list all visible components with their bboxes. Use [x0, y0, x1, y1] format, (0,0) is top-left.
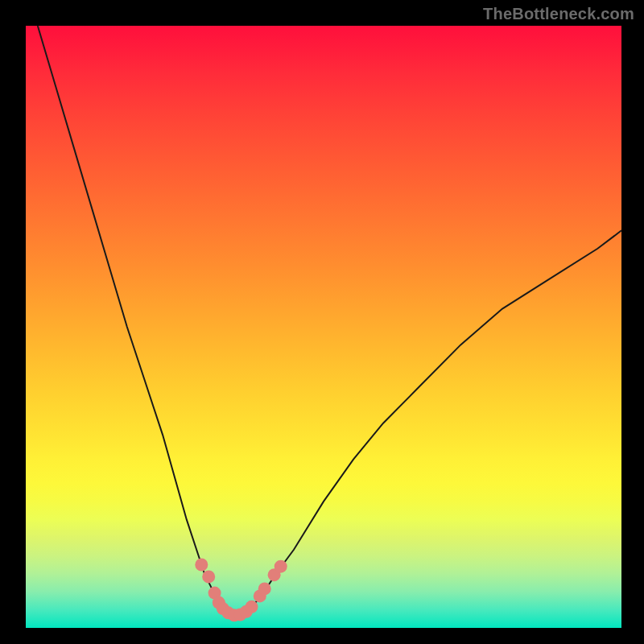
curve-layer — [26, 26, 621, 628]
bottleneck-curve-path — [38, 26, 621, 616]
curve-marker — [195, 559, 208, 572]
chart-frame: TheBottleneck.com — [0, 0, 644, 644]
curve-marker — [275, 560, 287, 573]
curve-marker — [202, 570, 215, 583]
watermark-text: TheBottleneck.com — [483, 5, 634, 23]
curve-markers — [195, 559, 287, 622]
curve-marker — [258, 582, 271, 595]
plot-area — [26, 26, 621, 628]
curve-marker — [246, 601, 258, 613]
